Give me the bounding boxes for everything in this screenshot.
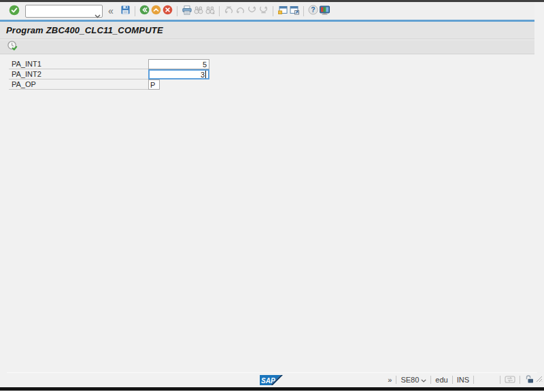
- svg-text:?: ?: [311, 6, 315, 14]
- exit-button[interactable]: [150, 5, 162, 17]
- status-separator: [396, 376, 396, 384]
- save-icon: [120, 5, 131, 17]
- status-separator: [473, 376, 474, 384]
- lock-open-icon[interactable]: [524, 374, 534, 385]
- cancel-button[interactable]: [162, 5, 173, 17]
- status-bar: SAP » SE80 edu INS: [0, 372, 544, 387]
- sap-logo: SAP: [260, 375, 283, 388]
- status-transaction: SE80: [401, 376, 419, 384]
- status-client: edu: [435, 376, 447, 384]
- input-pa-op[interactable]: P: [148, 79, 160, 90]
- print-icon: [182, 5, 192, 18]
- form-row-pa-op: PA_OP P: [0, 79, 544, 90]
- find-icon: [193, 5, 204, 18]
- svg-text:SAP: SAP: [261, 377, 275, 385]
- toolbar-separator: [303, 6, 304, 16]
- previous-page-icon: [235, 5, 245, 17]
- input-pa-int1-value: 5: [203, 60, 207, 69]
- back-button[interactable]: [139, 5, 150, 17]
- save-button[interactable]: [120, 5, 131, 17]
- exit-icon: [151, 5, 161, 17]
- enter-button[interactable]: [8, 5, 20, 17]
- form-row-pa-int2: PA_INT2 3: [0, 69, 544, 79]
- application-toolbar: [0, 39, 534, 54]
- toolbar-separator: [219, 6, 220, 16]
- input-pa-op-value: P: [150, 81, 155, 89]
- toolbar-separator: [135, 6, 135, 16]
- input-pa-int1[interactable]: 5: [148, 59, 209, 69]
- first-page-button[interactable]: [223, 5, 235, 17]
- create-shortcut-button[interactable]: [288, 5, 300, 17]
- new-session-button[interactable]: [277, 5, 288, 17]
- find-next-icon: [205, 5, 216, 18]
- form-row-pa-int1: PA_INT1 5: [0, 59, 544, 69]
- collapse-icon: «: [108, 6, 114, 16]
- create-shortcut-icon: [289, 5, 300, 18]
- status-insert-mode[interactable]: INS: [457, 376, 469, 384]
- toolbar-separator: [273, 6, 273, 16]
- enter-icon: [9, 5, 20, 18]
- data-transfer-icon[interactable]: [505, 375, 515, 385]
- command-field-wrap: [25, 5, 103, 18]
- title-bar: Program ZBC400_CLC11_COMPUTE: [0, 22, 534, 39]
- resize-grip[interactable]: [536, 373, 543, 385]
- status-bar-right: » SE80 edu INS: [388, 374, 534, 385]
- input-pa-int2-value: 3: [201, 71, 205, 79]
- input-pa-int2[interactable]: 3: [148, 69, 209, 79]
- customize-layout-icon: [319, 5, 330, 18]
- sap-gui-window: «: [0, 0, 544, 392]
- new-session-icon: [277, 5, 288, 18]
- execute-button[interactable]: [7, 41, 18, 53]
- help-icon: ?: [308, 5, 318, 17]
- print-button[interactable]: [181, 5, 192, 17]
- cancel-icon: [163, 5, 173, 17]
- last-page-button[interactable]: [258, 5, 269, 17]
- status-separator: [452, 376, 453, 384]
- page-title: Program ZBC400_CLC11_COMPUTE: [6, 25, 163, 35]
- previous-page-button[interactable]: [235, 5, 246, 17]
- status-overflow-button[interactable]: »: [388, 376, 392, 384]
- field-label-pa-int1: PA_INT1: [9, 59, 148, 69]
- selection-screen: PA_INT1 5 PA_INT2 3 PA_OP P: [0, 54, 544, 370]
- status-separator: [430, 376, 431, 384]
- find-next-button[interactable]: [204, 5, 216, 17]
- customize-layout-button[interactable]: [319, 5, 330, 17]
- field-label-pa-op: PA_OP: [9, 79, 148, 90]
- field-label-pa-int2: PA_INT2: [9, 69, 148, 79]
- back-icon: [139, 5, 150, 17]
- toolbar-separator: [177, 6, 177, 16]
- collapse-command-button[interactable]: «: [106, 5, 116, 17]
- next-page-button[interactable]: [246, 5, 258, 17]
- command-field-input[interactable]: [25, 5, 103, 18]
- find-button[interactable]: [192, 5, 204, 17]
- standard-toolbar: «: [0, 2, 534, 20]
- status-transaction-dropdown[interactable]: SE80: [401, 376, 426, 384]
- status-bar-divider: [7, 372, 537, 373]
- last-page-icon: [258, 5, 269, 17]
- status-separator: [500, 376, 500, 384]
- first-page-icon: [224, 5, 234, 17]
- next-page-icon: [247, 5, 257, 17]
- help-button[interactable]: ?: [307, 5, 319, 17]
- chevron-down-icon: [421, 376, 426, 384]
- status-separator: [520, 376, 520, 384]
- text-cursor: [205, 71, 206, 78]
- execute-icon: [7, 40, 18, 54]
